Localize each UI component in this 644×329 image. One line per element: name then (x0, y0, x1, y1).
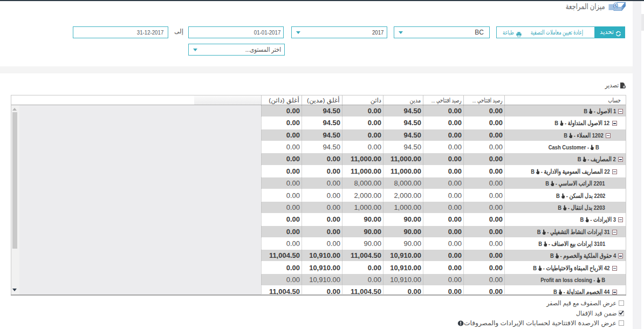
svg-text:$: $ (614, 3, 618, 9)
